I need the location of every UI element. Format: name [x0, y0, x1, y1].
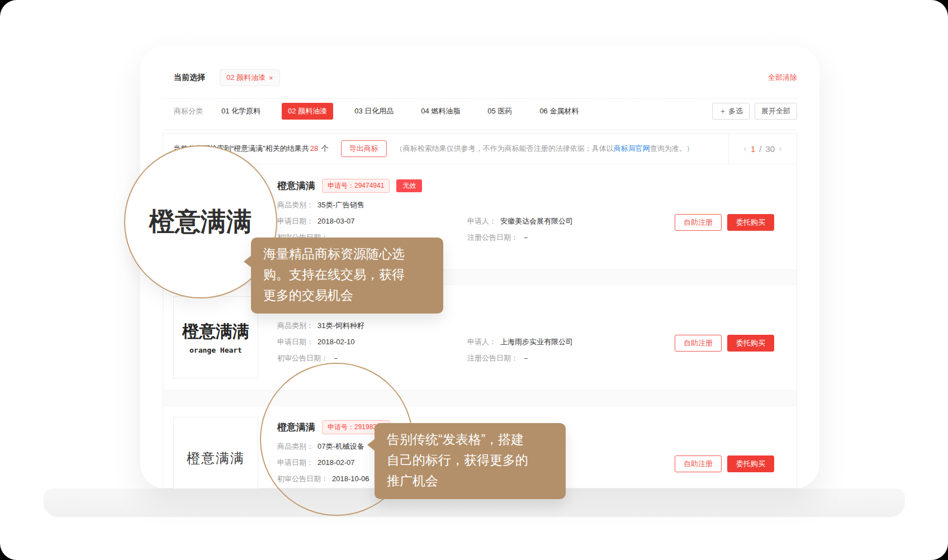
clear-all-button[interactable]: 全部清除: [768, 73, 797, 83]
field-value: 07类-机械设备: [317, 442, 364, 450]
row-actions: 自助注册 委托购买: [675, 455, 774, 472]
count-suffix: 个: [321, 144, 329, 153]
field-label: 申请日期：: [277, 458, 314, 467]
field-value: －: [522, 233, 529, 241]
category-item-03[interactable]: 03 日化用品: [348, 103, 400, 120]
trademark-name: 橙意满满: [277, 179, 315, 192]
field-label: 申请日期：: [277, 217, 314, 225]
trademark-image-text: 橙意满满: [187, 449, 245, 467]
pagination: ‹ 1 / 30 ›: [728, 134, 797, 164]
count-number: 28: [309, 144, 319, 153]
field-line: 商品类别：31类-饲料种籽: [277, 321, 666, 331]
field-label: 申请人：: [467, 217, 496, 225]
field-value: 安徽美达会展有限公司: [500, 217, 573, 225]
dashed-divider: [163, 98, 797, 99]
field-value: 2018-02-10: [317, 338, 355, 346]
export-trademarks-button[interactable]: 导出商标: [341, 140, 387, 157]
field: 申请日期：2018-03-07: [277, 216, 467, 226]
field: 申请日期：2018-02-10: [277, 337, 467, 347]
field: 申请人：安徽美达会展有限公司: [467, 216, 657, 226]
field-value: 上海雨步实业有限公司: [500, 338, 573, 346]
row-title-line: 橙意满满 申请号：29474941 无效: [277, 179, 666, 193]
field-label: 商品类别：: [277, 201, 314, 209]
field-line: 初审公告日期：－ 注册公告日期：－: [277, 353, 666, 363]
entrust-buy-button[interactable]: 委托购买: [727, 335, 774, 352]
status-badge: 无效: [396, 179, 422, 192]
field-label: 商品类别：: [277, 442, 314, 450]
field: 申请人：上海雨步实业有限公司: [467, 337, 657, 347]
field-line: 申请日期：2018-03-07 申请人：安徽美达会展有限公司: [277, 216, 666, 226]
category-item-04[interactable]: 04 燃料油脂: [415, 103, 466, 120]
field-label: 注册公告日期：: [467, 354, 518, 362]
page-background: 当前选择 02 颜料油漆 × 全部清除 商标分类 01 化学原料 02 颜料油漆…: [0, 0, 948, 560]
callout-bubble-trade: 海量精品商标资源随心选 购。支持在线交易，获得 更多的交易机会: [251, 238, 443, 314]
field: 注册公告日期：－: [467, 232, 657, 243]
category-tools: ＋ 多选 展开全部: [712, 103, 797, 120]
category-item-02-active[interactable]: 02 颜料油漆: [282, 103, 333, 120]
field: 商品类别：35类-广告销售: [277, 200, 467, 210]
disclaimer-text: （商标检索结果仅供参考，不作为商标能否注册的法律依据；具体以商标局官网查询为准。…: [396, 144, 694, 154]
field-value: 31类-饲料种籽: [317, 321, 364, 330]
trademark-image: 橙意满满 orange Heart: [173, 296, 258, 378]
disclaimer-post: 查询为准。）: [650, 144, 694, 153]
category-item-05[interactable]: 05 医药: [481, 103, 518, 120]
field-line: 商品类别：35类-广告销售: [277, 200, 666, 210]
results-header: 当前分类下检索到“橙意满满”相关的结果共28 个 导出商标 （商标检索结果仅供参…: [163, 134, 797, 164]
field-value: 2018-03-07: [317, 217, 355, 225]
current-page: 1: [751, 144, 755, 154]
row-actions: 自助注册 委托购买: [675, 214, 774, 231]
selected-category-tag-text: 02 颜料油漆: [226, 73, 266, 83]
field-value: －: [332, 354, 339, 362]
trademark-image-text: 橙意满满: [182, 320, 249, 343]
field-line: 申请日期：2018-02-10 申请人：上海雨步实业有限公司: [277, 337, 666, 347]
self-register-button[interactable]: 自助注册: [675, 455, 722, 472]
category-row-label: 商标分类: [174, 106, 203, 116]
category-item-06[interactable]: 06 金属材料: [533, 103, 585, 120]
next-page-icon[interactable]: ›: [779, 143, 782, 154]
total-pages: 30: [765, 144, 775, 154]
page-separator: /: [759, 144, 761, 154]
field-label: 商品类别：: [277, 321, 314, 330]
trademark-image-subtext: orange Heart: [189, 346, 242, 354]
field-value: 2018-10-06: [332, 474, 369, 483]
field: 注册公告日期：－: [467, 353, 657, 363]
row-actions: 自助注册 委托购买: [675, 335, 774, 352]
field-label: 初审公告日期：: [277, 354, 328, 362]
filter-section: 当前选择 02 颜料油漆 × 全部清除 商标分类 01 化学原料 02 颜料油漆…: [163, 46, 797, 130]
disclaimer-pre: （商标检索结果仅供参考，不作为商标能否注册的法律依据；具体以: [396, 144, 614, 153]
remove-tag-icon[interactable]: ×: [269, 74, 273, 82]
multi-select-button[interactable]: ＋ 多选: [712, 103, 750, 120]
field: 商品类别：31类-饲料种籽: [277, 321, 467, 331]
entrust-buy-button[interactable]: 委托购买: [727, 455, 774, 472]
trademark-name: 橙意满满: [277, 421, 315, 434]
trademark-image: 橙意满满: [173, 417, 258, 488]
field-label: 申请日期：: [277, 338, 314, 346]
field: 初审公告日期：－: [277, 353, 467, 363]
application-number-badge: 申请号：29474941: [322, 179, 390, 193]
callout-bubble-promotion: 告别传统“发表格”，搭建 自己的标行，获得更多的 推广机会: [375, 423, 566, 499]
row-separator: [163, 390, 797, 406]
expand-all-button[interactable]: 展开全部: [755, 103, 797, 120]
entrust-buy-button[interactable]: 委托购买: [727, 214, 774, 231]
field-value: 2018-02-07: [317, 458, 355, 467]
selected-category-tag[interactable]: 02 颜料油漆 ×: [220, 69, 280, 86]
current-selection-row: 当前选择 02 颜料油漆 × 全部清除: [174, 69, 797, 86]
field-value: 35类-广告销售: [317, 201, 364, 209]
field-label: 初审公告日期：: [277, 474, 328, 483]
category-item-01[interactable]: 01 化学原料: [215, 103, 267, 120]
magnified-trademark-text: 橙意满满: [149, 205, 252, 239]
trademark-office-link[interactable]: 商标局官网: [614, 144, 650, 153]
current-selection-label: 当前选择: [174, 73, 205, 83]
prev-page-icon[interactable]: ‹: [743, 143, 747, 154]
field-value: －: [522, 354, 529, 362]
self-register-button[interactable]: 自助注册: [675, 335, 722, 352]
field-label: 注册公告日期：: [467, 233, 518, 241]
category-row: 商标分类 01 化学原料 02 颜料油漆 03 日化用品 04 燃料油脂 05 …: [174, 103, 797, 120]
self-register-button[interactable]: 自助注册: [675, 214, 722, 231]
field-label: 申请人：: [467, 338, 496, 346]
